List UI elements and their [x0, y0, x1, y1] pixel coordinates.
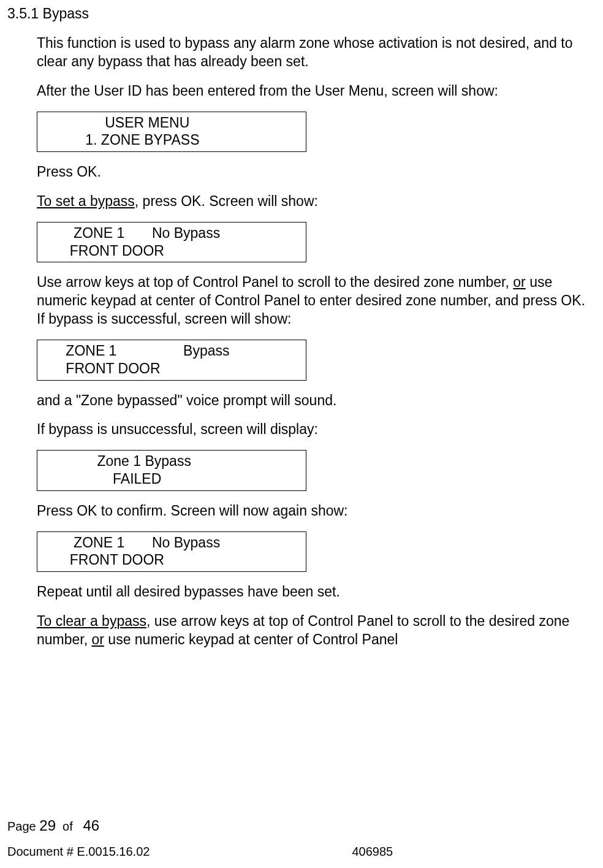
doc-id: Document # E.0015.16.02 — [7, 843, 150, 859]
screen-user-menu: USER MENU 1. ZONE BYPASS — [37, 112, 306, 153]
screen-zone1-bypass: ZONE 1 Bypass FRONT DOOR — [37, 340, 306, 381]
section-title-text: Bypass — [43, 6, 89, 21]
screen-zone1-nobypass-2: ZONE 1 No Bypass FRONT DOOR — [37, 531, 306, 573]
or-underline-2: or — [92, 631, 104, 647]
to-clear-underline: To clear a bypass — [37, 613, 146, 629]
page-current: 29 — [39, 817, 56, 834]
section-heading: 3.5.1 Bypass — [7, 5, 596, 23]
page-label: Page — [7, 820, 36, 833]
paragraph-if-unsuccessful: If bypass is unsuccessful, screen will d… — [37, 421, 587, 439]
use-arrow-a: Use arrow keys at top of Control Panel t… — [37, 274, 513, 290]
content-body: This function is used to bypass any alar… — [7, 34, 596, 649]
page-of: of — [63, 820, 73, 833]
paragraph-intro1: This function is used to bypass any alar… — [37, 34, 587, 71]
page-total: 46 — [83, 817, 99, 834]
paragraph-press-ok: Press OK. — [37, 163, 587, 181]
screen-zone1-nobypass: ZONE 1 No Bypass FRONT DOOR — [37, 222, 306, 263]
or-underline: or — [513, 274, 525, 290]
paragraph-repeat: Repeat until all desired bypasses have b… — [37, 583, 587, 601]
page-footer: Page 29 of 46 Document # E.0015.16.02 40… — [7, 816, 596, 859]
paragraph-voice-prompt: and a "Zone bypassed" voice prompt will … — [37, 392, 587, 410]
to-clear-rest2: use numeric keypad at center of Control … — [104, 631, 398, 647]
footer-page-line: Page 29 of 46 — [7, 816, 596, 835]
doc-num: 406985 — [352, 843, 393, 859]
to-set-underline: To set a bypass — [37, 193, 135, 209]
paragraph-press-ok-confirm: Press OK to confirm. Screen will now aga… — [37, 502, 587, 520]
paragraph-to-clear: To clear a bypass, use arrow keys at top… — [37, 612, 587, 649]
paragraph-to-set: To set a bypass, press OK. Screen will s… — [37, 192, 587, 211]
footer-doc-line: Document # E.0015.16.02 406985 — [7, 843, 596, 859]
section-number: 3.5.1 — [7, 6, 39, 21]
paragraph-intro2: After the User ID has been entered from … — [37, 82, 587, 101]
to-set-rest: , press OK. Screen will show: — [135, 193, 318, 209]
paragraph-use-arrow: Use arrow keys at top of Control Panel t… — [37, 273, 587, 329]
screen-failed: Zone 1 Bypass FAILED — [37, 450, 306, 491]
